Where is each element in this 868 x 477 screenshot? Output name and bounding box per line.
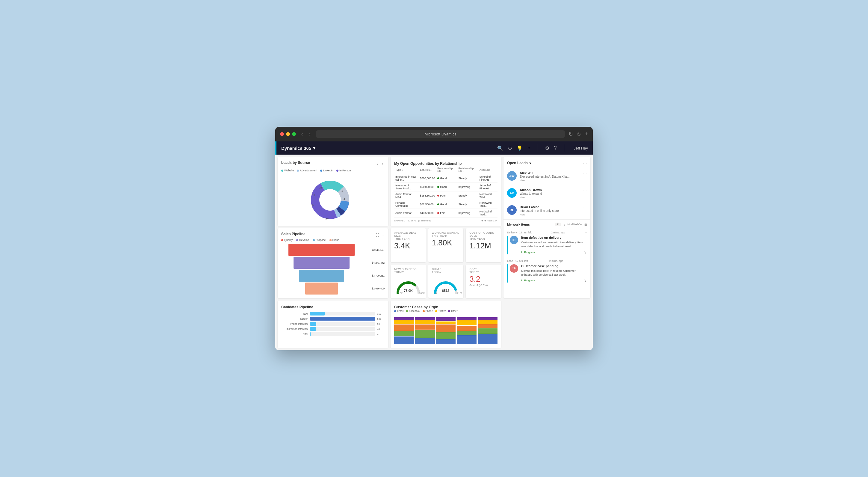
opp-type[interactable]: Audio Format MP4 <box>394 191 419 200</box>
table-row[interactable]: Portable Computing $82,500.00 Good Stead… <box>394 200 497 209</box>
back-button[interactable]: ‹ <box>300 131 305 138</box>
pipeline-expand-icon[interactable]: ⛶ <box>376 233 379 237</box>
work-item-description: Moving this case back in routing. Custom… <box>521 269 587 277</box>
cases-bar-segment <box>415 338 435 345</box>
open-leads-more[interactable]: ··· <box>583 160 587 166</box>
sort-icon[interactable]: ↓ <box>563 223 565 226</box>
cases-bar-segment <box>415 325 435 330</box>
close-button[interactable] <box>280 132 284 136</box>
chart-prev-arrow[interactable]: ‹ <box>376 161 380 166</box>
lead-item[interactable]: AW Alex Wu Expressed interest in A. Datu… <box>503 168 590 185</box>
cases-bar-col <box>415 317 435 344</box>
work-item-title: Customer case pending <box>521 264 587 268</box>
work-item-expand[interactable]: ∨ <box>584 250 587 255</box>
candidates-title: Canidates Pipeline <box>281 305 313 309</box>
leads-by-source-card: Leads by Source ‹ › Website Advertisemen… <box>278 157 388 226</box>
user-name[interactable]: Jeff Hay <box>574 146 588 150</box>
col-health2[interactable]: Relationship Hlt. ↕ <box>457 166 478 174</box>
opp-type[interactable]: Interested in new cell p... <box>394 174 419 183</box>
table-row[interactable]: Audio Format MP4 $183,560.00 Poor Steady… <box>394 191 497 200</box>
pipeline-more-icon[interactable]: ··· <box>381 233 384 237</box>
forward-button[interactable]: › <box>307 131 312 138</box>
help-icon[interactable]: ? <box>554 145 557 151</box>
opp-account: Northwind Trad... <box>478 209 497 217</box>
opp-account: School of Fine Art <box>478 183 497 191</box>
lead-more-button[interactable]: ··· <box>583 188 587 193</box>
work-item-footer: In Progress ∨ <box>521 278 587 282</box>
minimize-button[interactable] <box>286 132 290 136</box>
app-brand[interactable]: Dynamics 365 ▾ <box>281 145 315 151</box>
brand-dropdown-icon[interactable]: ▾ <box>313 145 315 151</box>
notifications-icon[interactable]: 💡 <box>517 145 523 151</box>
lead-more-button[interactable]: ··· <box>583 171 587 176</box>
legend-develop: Develop <box>296 239 309 241</box>
cases-legend-dot <box>423 310 425 312</box>
funnel-bar-container <box>281 257 362 269</box>
pipeline-header: Sales Pipeline ⛶ ··· <box>281 232 384 239</box>
opp-type[interactable]: Portable Computing <box>394 200 419 209</box>
bar-fill <box>310 317 375 321</box>
cases-bar-segment <box>394 317 414 320</box>
settings-icon[interactable]: ⚙ <box>545 145 549 151</box>
bar-fill <box>310 327 316 331</box>
table-row[interactable]: Interested in new cell p... $300,000.00 … <box>394 174 497 183</box>
leads-list: AW Alex Wu Expressed interest in A. Datu… <box>503 168 590 219</box>
lead-more-button[interactable]: ··· <box>583 205 587 210</box>
add-icon[interactable]: + <box>527 145 530 151</box>
work-item-expand[interactable]: ∨ <box>584 278 587 282</box>
work-item-more[interactable]: ··· <box>584 260 587 263</box>
col-health1[interactable]: Relationship Hlt. ↕ <box>436 166 457 174</box>
table-pagination[interactable]: ◄ ◄ Page 1 ► <box>481 219 497 222</box>
col-type[interactable]: Type ↕ <box>394 166 419 174</box>
reload-button[interactable]: ↻ <box>568 131 573 138</box>
work-item-status: In Progress <box>521 279 535 282</box>
address-bar[interactable]: Microsoft Dyamics <box>316 130 565 138</box>
lead-avatar: AW <box>507 171 517 181</box>
kpi-csat-goal: Goal: 4 (-3.5%) <box>469 284 497 287</box>
sort-label[interactable]: Modified On <box>567 223 582 226</box>
gauge-nb-max: 180K <box>419 292 425 295</box>
lead-item[interactable]: AB Allison Brown Wants to expand New ··· <box>503 185 590 202</box>
cases-bar-segment <box>394 320 414 324</box>
col-account[interactable]: Account <box>478 166 497 174</box>
window-controls <box>280 132 296 136</box>
new-tab-button[interactable]: + <box>585 131 588 138</box>
lead-item[interactable]: BL Brian LaMee Interested in online only… <box>503 202 590 219</box>
opp-type[interactable]: Interested in Sales Prod... <box>394 183 419 191</box>
search-icon[interactable]: 🔍 <box>497 145 503 151</box>
opp-type[interactable]: Audio Format <box>394 209 419 217</box>
bar-count: 119 <box>377 312 384 315</box>
chart-next-arrow[interactable]: › <box>381 161 384 166</box>
opp-rev: $50,000.00 <box>419 183 436 191</box>
cases-legend-dot <box>394 310 396 312</box>
customer-cases-card: Customer Cases by Orgin Email Facebook P… <box>391 300 501 348</box>
open-leads-chevron[interactable]: ∨ <box>529 161 532 165</box>
work-items-filter-icon[interactable]: ⊟ <box>584 223 587 226</box>
label-develop: Develop <box>299 239 309 241</box>
table-row[interactable]: Interested in Sales Prod... $50,000.00 G… <box>394 183 497 191</box>
legend-close: Close <box>330 239 339 241</box>
bar-label: Screen <box>281 317 308 320</box>
cases-bar-segment <box>436 322 456 324</box>
maximize-button[interactable] <box>292 132 296 136</box>
kpi-csat-value: 3.2 <box>469 275 497 284</box>
table-count: Showing 1 - 50 of 787 (8 selected) <box>394 219 431 222</box>
bar-count: 48 <box>377 328 384 330</box>
kpi-section: Average Deal Size THIS YEAR 3.4K Working… <box>391 228 501 298</box>
share-button[interactable]: ⎋ <box>577 131 581 138</box>
cases-legend-label: Phone <box>426 309 433 312</box>
kpi-chats-period: TODAY <box>432 271 460 273</box>
lead-name: Brian LaMee <box>520 205 580 209</box>
lead-description: Expressed interest in A. Datum X lan... <box>520 175 570 178</box>
label-close: Close <box>333 239 339 241</box>
recent-icon[interactable]: ⊙ <box>508 145 512 151</box>
funnel-row: $3,700,261 <box>281 270 384 281</box>
kpi-chats-label: Chats <box>432 268 460 271</box>
table-row[interactable]: Audio Format $43,560.00 Fair Improving N… <box>394 209 497 217</box>
col-rev[interactable]: Est. Rev. ↕ <box>419 166 436 174</box>
work-item-more[interactable]: ··· <box>584 231 587 234</box>
opp-account: Northwind Trad... <box>478 191 497 200</box>
opp-rev: $183,560.00 <box>419 191 436 200</box>
svg-text:9: 9 <box>341 190 343 193</box>
lead-avatar: AB <box>507 188 517 198</box>
